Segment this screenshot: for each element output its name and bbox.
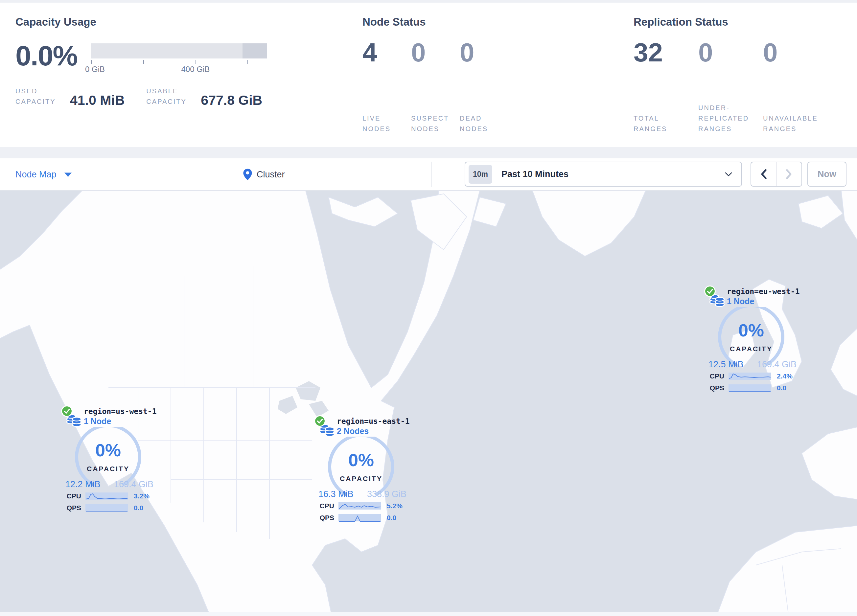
cpu-label: CPU [316, 502, 334, 510]
cpu-sparkline [338, 501, 382, 511]
axis-tick [248, 60, 248, 64]
cpu-value: 5.2% [387, 502, 402, 510]
view-selector-node-map[interactable]: Node Map [15, 169, 72, 179]
check-circle-icon [314, 415, 326, 427]
node-map: region=us-west-1 1 Node 0% CAPACITY 12.2… [0, 191, 857, 616]
qps-sparkline [85, 503, 128, 513]
under-replicated-ranges-label: UNDER-REPLICATED RANGES [698, 102, 757, 134]
dead-nodes-count: 0 [460, 38, 508, 67]
region-label: region=us-west-1 [84, 407, 157, 415]
time-window-pager [750, 162, 802, 187]
qps-sparkline [728, 383, 772, 393]
used-capacity-value: 41.0 MiB [70, 93, 125, 108]
capacity-gauge: 0% CAPACITY [708, 307, 795, 366]
live-nodes-count: 4 [362, 38, 411, 67]
chevron-right-icon [786, 169, 792, 179]
qps-value: 0.0 [134, 504, 143, 512]
capacity-used-value: 12.5 MiB [708, 360, 744, 370]
axis-tick-label: 0 GiB [85, 65, 105, 74]
node-status-section: Node Status 4 LIVE NODES 0 SUSPECT NODES… [362, 3, 634, 147]
cpu-value: 2.4% [777, 372, 793, 380]
under-replicated-ranges-count: 0 [698, 38, 763, 67]
capacity-percent: 0% [65, 440, 152, 460]
breadcrumb-cluster[interactable]: Cluster [243, 168, 285, 180]
cpu-label: CPU [706, 372, 724, 380]
view-selector-label: Node Map [15, 169, 57, 179]
region-label: region=eu-west-1 [727, 287, 800, 296]
chevron-left-icon [760, 169, 767, 179]
replication-status-section: Replication Status 32 TOTAL RANGES 0 UND… [634, 3, 857, 147]
cpu-sparkline [85, 491, 128, 501]
next-time-window-button[interactable] [777, 162, 801, 186]
capacity-percent: 0% [318, 450, 405, 470]
axis-tick [143, 60, 144, 64]
previous-time-window-button[interactable] [751, 162, 777, 186]
node-count-link[interactable]: 1 Node [727, 296, 800, 306]
top-strip [0, 0, 857, 3]
node-status-title: Node Status [362, 16, 634, 28]
capacity-gauge: 0% CAPACITY [318, 437, 405, 496]
dead-nodes-label: DEAD NODES [460, 113, 503, 134]
live-nodes-label: LIVE NODES [362, 113, 406, 134]
capacity-bar: 0 GiB 400 GiB [91, 43, 267, 74]
cpu-label: CPU [63, 492, 81, 500]
capacity-bar-reserved-segment [243, 43, 267, 59]
capacity-total-value: 338.9 GiB [367, 489, 407, 499]
capacity-gauge-label: CAPACITY [318, 475, 405, 483]
cpu-value: 3.2% [134, 492, 150, 500]
capacity-gauge: 0% CAPACITY [65, 427, 152, 486]
unavailable-ranges-count: 0 [763, 38, 828, 67]
map-footer-strip [0, 612, 857, 616]
unavailable-ranges-label: UNAVAILABLE RANGES [763, 113, 821, 134]
qps-label: QPS [316, 514, 334, 522]
axis-tick-label: 400 GiB [181, 65, 210, 74]
replication-status-title: Replication Status [634, 16, 857, 28]
breadcrumb-label: Cluster [257, 169, 285, 179]
usable-capacity-label: USABLE CAPACITY [146, 86, 198, 107]
capacity-used-value: 12.2 MiB [65, 479, 101, 489]
capacity-percent: 0% [708, 320, 795, 340]
chevron-down-icon [725, 172, 732, 176]
total-ranges-count: 32 [634, 38, 698, 67]
region-label: region=us-east-1 [337, 417, 410, 425]
toolbar-divider [432, 162, 432, 187]
used-capacity-label: USED CAPACITY [15, 86, 67, 107]
region-marker-us-east-1[interactable]: region=us-east-1 2 Nodes 0% CAPACITY 16.… [314, 415, 410, 530]
cluster-summary-panel: Capacity Usage 0.0% 0 GiB 400 GiB [0, 3, 857, 147]
section-gap [0, 147, 857, 158]
capacity-percent: 0.0% [15, 42, 77, 74]
capacity-gauge-label: CAPACITY [65, 465, 152, 473]
qps-label: QPS [63, 504, 81, 512]
suspect-nodes-label: SUSPECT NODES [411, 113, 455, 134]
capacity-used-value: 16.3 MiB [319, 489, 354, 499]
capacity-total-value: 169.4 GiB [757, 360, 797, 370]
axis-tick [195, 60, 196, 64]
capacity-total-value: 169.4 GiB [114, 479, 153, 489]
time-window-label: Past 10 Minutes [501, 169, 568, 179]
total-ranges-label: TOTAL RANGES [634, 113, 692, 134]
region-marker-us-west-1[interactable]: region=us-west-1 1 Node 0% CAPACITY 12.2… [61, 405, 157, 520]
node-count-link[interactable]: 2 Nodes [337, 426, 410, 436]
region-marker-eu-west-1[interactable]: region=eu-west-1 1 Node 0% CAPACITY 12.5… [704, 285, 800, 400]
cpu-sparkline [728, 371, 772, 381]
usable-capacity-value: 677.8 GiB [201, 93, 262, 108]
qps-value: 0.0 [387, 514, 396, 522]
qps-value: 0.0 [777, 384, 786, 392]
qps-sparkline [338, 513, 382, 523]
time-window-dropdown[interactable]: 10m Past 10 Minutes [465, 162, 742, 187]
check-circle-icon [704, 285, 716, 297]
time-window-badge: 10m [469, 165, 492, 184]
axis-tick [91, 60, 92, 64]
qps-label: QPS [706, 384, 724, 392]
capacity-usage-title: Capacity Usage [15, 16, 362, 28]
suspect-nodes-count: 0 [411, 38, 460, 67]
map-toolbar: Node Map Cluster 10m Past 10 Minutes Now [0, 158, 857, 191]
capacity-gauge-label: CAPACITY [708, 345, 795, 353]
world-map-graphic [0, 191, 857, 616]
map-pin-icon [243, 168, 252, 180]
caret-down-icon [64, 173, 72, 177]
check-circle-icon [61, 405, 73, 417]
capacity-usage-section: Capacity Usage 0.0% 0 GiB 400 GiB [0, 3, 362, 147]
node-count-link[interactable]: 1 Node [84, 417, 157, 426]
now-button[interactable]: Now [807, 162, 846, 187]
